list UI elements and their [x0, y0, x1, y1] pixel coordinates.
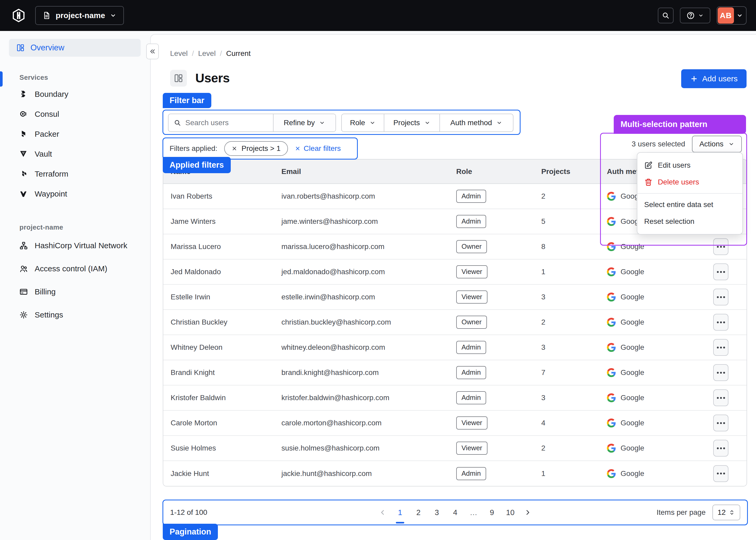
breadcrumb-item[interactable]: Level	[170, 49, 188, 58]
cell-role: Viewer	[449, 284, 534, 310]
project-switcher[interactable]: project-name	[35, 6, 124, 25]
row-overflow-menu-button[interactable]	[713, 289, 728, 306]
items-per-page-select[interactable]: 12	[712, 504, 740, 520]
page-number-1[interactable]: 1	[395, 508, 405, 517]
clear-filters-link[interactable]: Clear filters	[295, 144, 341, 153]
sidebar-heading-services: Services	[19, 73, 150, 81]
row-overflow-menu-button[interactable]	[713, 364, 728, 381]
search-users-input[interactable]: Search users	[169, 114, 273, 131]
chevron-down-icon	[369, 120, 376, 126]
hashicorp-logo-icon[interactable]	[12, 8, 26, 23]
filter-dropdown-projects[interactable]: Projects	[384, 114, 439, 131]
previous-page-button[interactable]	[379, 509, 386, 516]
menu-item-select-entire-data-set[interactable]: Select entire data set	[637, 196, 742, 213]
cell-auth-method: Google	[600, 410, 690, 436]
page-number-9[interactable]: 9	[487, 508, 497, 517]
sidebar-item-hashicorp-virtual-network[interactable]: HashiCorp Virtual Network	[0, 234, 150, 257]
row-overflow-menu-button[interactable]	[713, 238, 728, 255]
cell-auth-method: Google	[600, 310, 690, 335]
menu-item-label: Reset selection	[644, 217, 694, 226]
menu-item-delete-users[interactable]: Delete users	[637, 174, 742, 191]
filter-dropdown-role[interactable]: Role	[342, 114, 384, 131]
annotation-filter-bar: Filter bar	[163, 93, 211, 108]
account-menu-button[interactable]: AB	[717, 6, 747, 25]
content-card: Level/Level/Current Users Add users Filt…	[150, 34, 756, 540]
menu-item-edit-users[interactable]: Edit users	[637, 157, 742, 174]
collapse-sidebar-button[interactable]	[146, 44, 159, 59]
sidebar-item-label: Packer	[35, 130, 59, 139]
pagination-range: 1-12 of 100	[170, 508, 207, 517]
top-nav: project-name AB	[0, 0, 756, 31]
page-number-3[interactable]: 3	[432, 508, 441, 517]
filter-chip[interactable]: Projects > 1	[224, 141, 288, 156]
auth-method-label: Google	[621, 394, 644, 402]
network-icon	[19, 241, 28, 250]
cell-name: Jed Maldonado	[163, 259, 274, 284]
next-page-button[interactable]	[524, 509, 531, 516]
sidebar-item-terraform[interactable]: Terraform	[0, 164, 150, 184]
actions-dropdown-button[interactable]: Actions	[692, 136, 742, 152]
document-icon	[43, 11, 51, 20]
row-overflow-menu-button[interactable]	[713, 415, 728, 431]
cell-role: Admin	[449, 461, 534, 486]
sidebar-item-boundary[interactable]: Boundary	[0, 84, 150, 104]
row-overflow-menu-button[interactable]	[713, 263, 728, 280]
role-badge: Admin	[456, 190, 486, 203]
trash-icon	[644, 178, 653, 186]
role-badge: Admin	[456, 341, 486, 354]
menu-item-label: Select entire data set	[644, 201, 713, 209]
auth-method-label: Google	[621, 470, 644, 478]
refine-by-dropdown[interactable]: Refine by	[273, 114, 336, 131]
column-header-role: Role	[449, 160, 534, 184]
page-number-4[interactable]: 4	[450, 508, 460, 517]
cell-email: whitney.deleon@hashicorp.com	[274, 335, 449, 360]
table-row: Christian Buckley christian.buckley@hash…	[163, 310, 747, 335]
sidebar-item-overview[interactable]: Overview	[9, 39, 141, 57]
google-icon	[607, 419, 616, 427]
role-badge: Owner	[456, 316, 487, 329]
annotation-applied-filters: Applied filters	[163, 157, 231, 173]
cell-email: jed.maldonado@hashicorp.com	[274, 259, 449, 284]
auth-method-label: Google	[621, 242, 644, 251]
sidebar-item-vault[interactable]: Vault	[0, 144, 150, 164]
add-users-button[interactable]: Add users	[681, 69, 747, 88]
sidebar-heading-project: project-name	[19, 223, 150, 231]
double-chevron-left-icon	[149, 48, 156, 55]
sidebar-item-packer[interactable]: Packer	[0, 124, 150, 144]
google-icon	[607, 217, 616, 226]
sidebar-item-access-control-iam[interactable]: Access control (IAM)	[0, 257, 150, 280]
filter-dropdown-auth-method[interactable]: Auth method	[439, 114, 513, 131]
search-refine-group: Search users Refine by	[168, 114, 336, 132]
cell-email: susie.holmes@hashicorp.com	[274, 436, 449, 461]
sidebar-item-settings[interactable]: Settings	[0, 303, 150, 327]
menu-item-reset-selection[interactable]: Reset selection	[637, 213, 742, 230]
sidebar-item-billing[interactable]: Billing	[0, 280, 150, 303]
cell-auth-method: Google	[600, 360, 690, 385]
cell-actions	[690, 284, 747, 310]
row-overflow-menu-button[interactable]	[713, 465, 728, 482]
page-number-10[interactable]: 10	[506, 508, 515, 517]
sidebar-item-waypoint[interactable]: Waypoint	[0, 184, 150, 204]
sidebar-item-consul[interactable]: Consul	[0, 104, 150, 124]
google-icon	[607, 267, 616, 276]
row-overflow-menu-button[interactable]	[713, 440, 728, 457]
filter-dropdown-group: Role Projects Auth method	[341, 114, 514, 132]
cell-actions	[690, 461, 747, 486]
search-button[interactable]	[658, 8, 674, 23]
breadcrumb-item[interactable]: Level	[198, 49, 216, 58]
cell-projects: 8	[534, 234, 600, 259]
cell-projects: 3	[534, 335, 600, 360]
page-number-2[interactable]: 2	[414, 508, 423, 517]
table-row: Jed Maldonado jed.maldonado@hashicorp.co…	[163, 259, 747, 284]
google-icon	[607, 318, 616, 327]
breadcrumb-separator: /	[220, 49, 222, 58]
cell-auth-method: Google	[600, 259, 690, 284]
row-overflow-menu-button[interactable]	[713, 339, 728, 356]
cell-role: Admin	[449, 360, 534, 385]
filter-bar: Search users Refine by Role Projects Aut…	[163, 110, 521, 135]
cell-auth-method: Google	[600, 284, 690, 310]
row-overflow-menu-button[interactable]	[713, 314, 728, 331]
help-menu-button[interactable]	[680, 8, 710, 23]
row-overflow-menu-button[interactable]	[713, 389, 728, 406]
table-row: Whitney Deleon whitney.deleon@hashicorp.…	[163, 335, 747, 360]
